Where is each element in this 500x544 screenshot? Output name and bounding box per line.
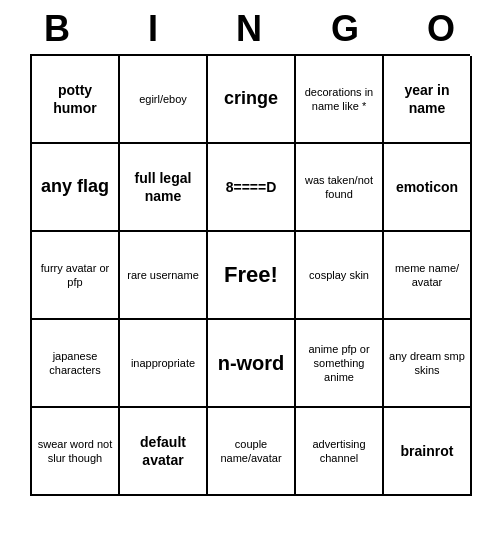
bingo-cell-16: inappropriate — [120, 320, 208, 408]
bingo-cell-20: swear word not slur though — [32, 408, 120, 496]
bingo-cell-10: furry avatar or pfp — [32, 232, 120, 320]
bingo-cell-14: meme name/ avatar — [384, 232, 472, 320]
bingo-cell-22: couple name/avatar — [208, 408, 296, 496]
bingo-cell-17: n-word — [208, 320, 296, 408]
bingo-cell-1: egirl/eboy — [120, 56, 208, 144]
title-g: G — [302, 8, 390, 50]
bingo-cell-3: decorations in name like * — [296, 56, 384, 144]
bingo-cell-23: advertising channel — [296, 408, 384, 496]
bingo-cell-11: rare username — [120, 232, 208, 320]
title-o: O — [398, 8, 486, 50]
bingo-cell-0: potty humor — [32, 56, 120, 144]
bingo-cell-2: cringe — [208, 56, 296, 144]
bingo-cell-8: was taken/not found — [296, 144, 384, 232]
bingo-cell-13: cosplay skin — [296, 232, 384, 320]
bingo-cell-12: Free! — [208, 232, 296, 320]
bingo-cell-24: brainrot — [384, 408, 472, 496]
bingo-cell-5: any flag — [32, 144, 120, 232]
bingo-cell-19: any dream smp skins — [384, 320, 472, 408]
title-n: N — [206, 8, 294, 50]
bingo-cell-4: year in name — [384, 56, 472, 144]
bingo-cell-18: anime pfp or something anime — [296, 320, 384, 408]
title-b: B — [14, 8, 102, 50]
bingo-cell-9: emoticon — [384, 144, 472, 232]
title-i: I — [110, 8, 198, 50]
bingo-cell-6: full legal name — [120, 144, 208, 232]
bingo-grid: potty humoregirl/eboycringedecorations i… — [30, 54, 470, 496]
bingo-cell-7: 8====D — [208, 144, 296, 232]
bingo-title: B I N G O — [10, 0, 490, 54]
bingo-cell-21: default avatar — [120, 408, 208, 496]
bingo-cell-15: japanese characters — [32, 320, 120, 408]
